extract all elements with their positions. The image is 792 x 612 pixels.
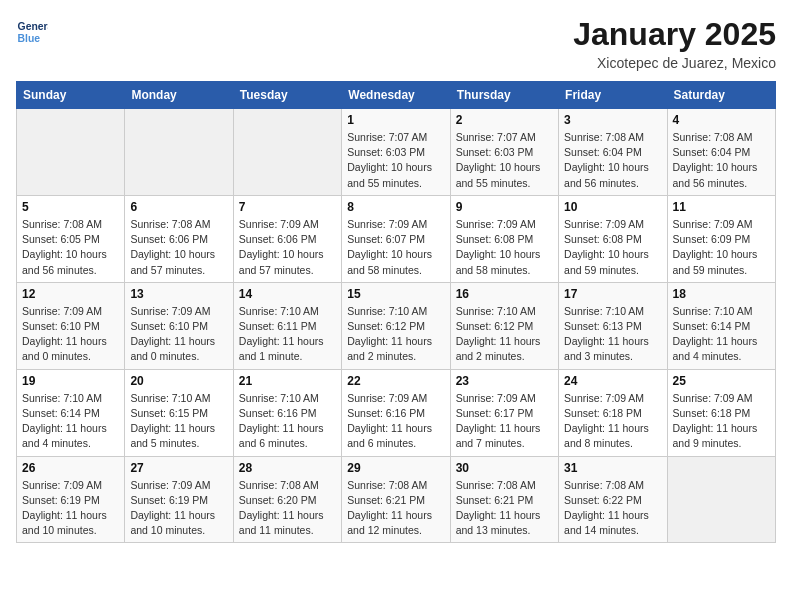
- day-info: Sunrise: 7:09 AM Sunset: 6:18 PM Dayligh…: [673, 391, 770, 452]
- day-info: Sunrise: 7:09 AM Sunset: 6:18 PM Dayligh…: [564, 391, 661, 452]
- calendar-week-row: 19Sunrise: 7:10 AM Sunset: 6:14 PM Dayli…: [17, 369, 776, 456]
- day-info: Sunrise: 7:09 AM Sunset: 6:08 PM Dayligh…: [456, 217, 553, 278]
- calendar-cell: 26Sunrise: 7:09 AM Sunset: 6:19 PM Dayli…: [17, 456, 125, 543]
- day-number: 23: [456, 374, 553, 388]
- weekday-header: Monday: [125, 82, 233, 109]
- calendar-cell: 14Sunrise: 7:10 AM Sunset: 6:11 PM Dayli…: [233, 282, 341, 369]
- day-info: Sunrise: 7:08 AM Sunset: 6:22 PM Dayligh…: [564, 478, 661, 539]
- calendar-cell: [233, 109, 341, 196]
- weekday-header: Saturday: [667, 82, 775, 109]
- calendar-cell: [125, 109, 233, 196]
- day-info: Sunrise: 7:07 AM Sunset: 6:03 PM Dayligh…: [347, 130, 444, 191]
- logo-icon: General Blue: [16, 16, 48, 48]
- day-info: Sunrise: 7:09 AM Sunset: 6:16 PM Dayligh…: [347, 391, 444, 452]
- calendar-cell: 17Sunrise: 7:10 AM Sunset: 6:13 PM Dayli…: [559, 282, 667, 369]
- calendar-week-row: 12Sunrise: 7:09 AM Sunset: 6:10 PM Dayli…: [17, 282, 776, 369]
- calendar-cell: 7Sunrise: 7:09 AM Sunset: 6:06 PM Daylig…: [233, 195, 341, 282]
- svg-text:General: General: [18, 21, 48, 32]
- calendar-cell: 5Sunrise: 7:08 AM Sunset: 6:05 PM Daylig…: [17, 195, 125, 282]
- day-info: Sunrise: 7:10 AM Sunset: 6:11 PM Dayligh…: [239, 304, 336, 365]
- calendar-cell: 15Sunrise: 7:10 AM Sunset: 6:12 PM Dayli…: [342, 282, 450, 369]
- day-info: Sunrise: 7:10 AM Sunset: 6:16 PM Dayligh…: [239, 391, 336, 452]
- calendar-cell: 18Sunrise: 7:10 AM Sunset: 6:14 PM Dayli…: [667, 282, 775, 369]
- day-number: 8: [347, 200, 444, 214]
- day-number: 13: [130, 287, 227, 301]
- day-number: 17: [564, 287, 661, 301]
- day-number: 10: [564, 200, 661, 214]
- day-info: Sunrise: 7:10 AM Sunset: 6:14 PM Dayligh…: [22, 391, 119, 452]
- weekday-header: Wednesday: [342, 82, 450, 109]
- calendar-cell: [667, 456, 775, 543]
- day-info: Sunrise: 7:10 AM Sunset: 6:15 PM Dayligh…: [130, 391, 227, 452]
- day-info: Sunrise: 7:08 AM Sunset: 6:05 PM Dayligh…: [22, 217, 119, 278]
- day-info: Sunrise: 7:09 AM Sunset: 6:19 PM Dayligh…: [130, 478, 227, 539]
- day-number: 21: [239, 374, 336, 388]
- calendar-cell: 23Sunrise: 7:09 AM Sunset: 6:17 PM Dayli…: [450, 369, 558, 456]
- day-info: Sunrise: 7:09 AM Sunset: 6:08 PM Dayligh…: [564, 217, 661, 278]
- day-number: 2: [456, 113, 553, 127]
- day-number: 3: [564, 113, 661, 127]
- calendar-cell: [17, 109, 125, 196]
- weekday-header: Tuesday: [233, 82, 341, 109]
- calendar-cell: 13Sunrise: 7:09 AM Sunset: 6:10 PM Dayli…: [125, 282, 233, 369]
- calendar-week-row: 26Sunrise: 7:09 AM Sunset: 6:19 PM Dayli…: [17, 456, 776, 543]
- day-number: 14: [239, 287, 336, 301]
- day-number: 12: [22, 287, 119, 301]
- title-block: January 2025 Xicotepec de Juarez, Mexico: [573, 16, 776, 71]
- day-number: 28: [239, 461, 336, 475]
- calendar-cell: 25Sunrise: 7:09 AM Sunset: 6:18 PM Dayli…: [667, 369, 775, 456]
- day-info: Sunrise: 7:08 AM Sunset: 6:21 PM Dayligh…: [347, 478, 444, 539]
- calendar-cell: 20Sunrise: 7:10 AM Sunset: 6:15 PM Dayli…: [125, 369, 233, 456]
- day-number: 11: [673, 200, 770, 214]
- calendar-cell: 29Sunrise: 7:08 AM Sunset: 6:21 PM Dayli…: [342, 456, 450, 543]
- logo: General Blue: [16, 16, 48, 48]
- calendar-week-row: 5Sunrise: 7:08 AM Sunset: 6:05 PM Daylig…: [17, 195, 776, 282]
- day-number: 7: [239, 200, 336, 214]
- day-number: 22: [347, 374, 444, 388]
- page-header: General Blue January 2025 Xicotepec de J…: [16, 16, 776, 71]
- svg-text:Blue: Blue: [18, 33, 41, 44]
- day-info: Sunrise: 7:08 AM Sunset: 6:04 PM Dayligh…: [564, 130, 661, 191]
- day-number: 4: [673, 113, 770, 127]
- calendar-cell: 6Sunrise: 7:08 AM Sunset: 6:06 PM Daylig…: [125, 195, 233, 282]
- day-info: Sunrise: 7:10 AM Sunset: 6:14 PM Dayligh…: [673, 304, 770, 365]
- day-info: Sunrise: 7:09 AM Sunset: 6:07 PM Dayligh…: [347, 217, 444, 278]
- calendar-cell: 4Sunrise: 7:08 AM Sunset: 6:04 PM Daylig…: [667, 109, 775, 196]
- calendar-cell: 31Sunrise: 7:08 AM Sunset: 6:22 PM Dayli…: [559, 456, 667, 543]
- day-info: Sunrise: 7:10 AM Sunset: 6:12 PM Dayligh…: [347, 304, 444, 365]
- weekday-header: Thursday: [450, 82, 558, 109]
- day-number: 29: [347, 461, 444, 475]
- day-info: Sunrise: 7:09 AM Sunset: 6:06 PM Dayligh…: [239, 217, 336, 278]
- calendar-cell: 10Sunrise: 7:09 AM Sunset: 6:08 PM Dayli…: [559, 195, 667, 282]
- calendar-cell: 19Sunrise: 7:10 AM Sunset: 6:14 PM Dayli…: [17, 369, 125, 456]
- calendar-cell: 8Sunrise: 7:09 AM Sunset: 6:07 PM Daylig…: [342, 195, 450, 282]
- day-number: 31: [564, 461, 661, 475]
- day-number: 20: [130, 374, 227, 388]
- calendar-subtitle: Xicotepec de Juarez, Mexico: [573, 55, 776, 71]
- day-info: Sunrise: 7:08 AM Sunset: 6:21 PM Dayligh…: [456, 478, 553, 539]
- calendar-cell: 3Sunrise: 7:08 AM Sunset: 6:04 PM Daylig…: [559, 109, 667, 196]
- day-info: Sunrise: 7:09 AM Sunset: 6:10 PM Dayligh…: [22, 304, 119, 365]
- day-number: 5: [22, 200, 119, 214]
- weekday-header: Sunday: [17, 82, 125, 109]
- calendar-cell: 27Sunrise: 7:09 AM Sunset: 6:19 PM Dayli…: [125, 456, 233, 543]
- calendar-cell: 2Sunrise: 7:07 AM Sunset: 6:03 PM Daylig…: [450, 109, 558, 196]
- day-info: Sunrise: 7:08 AM Sunset: 6:06 PM Dayligh…: [130, 217, 227, 278]
- calendar-cell: 28Sunrise: 7:08 AM Sunset: 6:20 PM Dayli…: [233, 456, 341, 543]
- day-info: Sunrise: 7:09 AM Sunset: 6:10 PM Dayligh…: [130, 304, 227, 365]
- calendar-cell: 21Sunrise: 7:10 AM Sunset: 6:16 PM Dayli…: [233, 369, 341, 456]
- day-number: 1: [347, 113, 444, 127]
- calendar-cell: 30Sunrise: 7:08 AM Sunset: 6:21 PM Dayli…: [450, 456, 558, 543]
- day-number: 27: [130, 461, 227, 475]
- calendar-cell: 11Sunrise: 7:09 AM Sunset: 6:09 PM Dayli…: [667, 195, 775, 282]
- day-number: 15: [347, 287, 444, 301]
- calendar-cell: 1Sunrise: 7:07 AM Sunset: 6:03 PM Daylig…: [342, 109, 450, 196]
- day-info: Sunrise: 7:08 AM Sunset: 6:20 PM Dayligh…: [239, 478, 336, 539]
- calendar-title: January 2025: [573, 16, 776, 53]
- day-number: 18: [673, 287, 770, 301]
- day-number: 24: [564, 374, 661, 388]
- calendar-cell: 16Sunrise: 7:10 AM Sunset: 6:12 PM Dayli…: [450, 282, 558, 369]
- day-number: 30: [456, 461, 553, 475]
- day-info: Sunrise: 7:09 AM Sunset: 6:19 PM Dayligh…: [22, 478, 119, 539]
- day-number: 16: [456, 287, 553, 301]
